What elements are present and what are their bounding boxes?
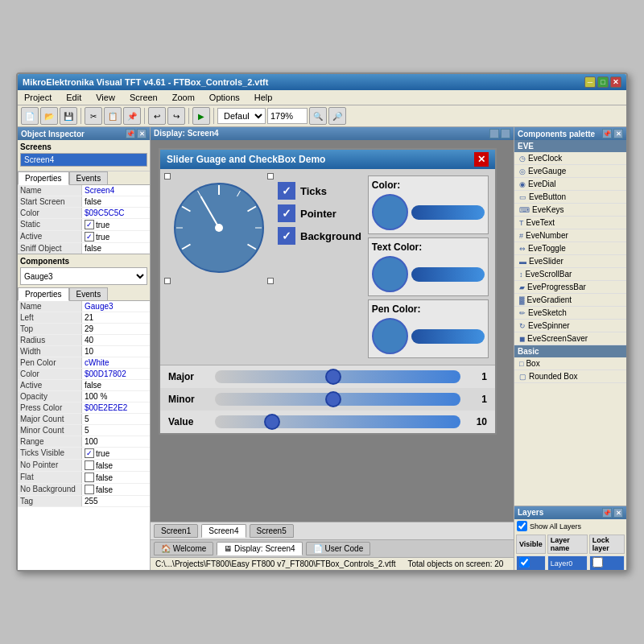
tab-screen4[interactable]: Screen4 [201,524,246,538]
palette-evegradient[interactable]: ▓ EveGradient [514,294,626,307]
handle-bl[interactable] [164,278,171,284]
palette-evegauge[interactable]: ◎ EveGauge [514,165,626,178]
menu-view[interactable]: View [93,92,118,103]
handle-br[interactable] [267,278,274,284]
tab-user-code[interactable]: 📄 User Code [306,542,371,555]
palette-evekeys[interactable]: ⌨ EveKeys [514,204,626,217]
zoom-select[interactable]: Default [217,108,266,124]
show-all-layers-checkbox[interactable] [517,521,527,531]
run-button[interactable]: ▶ [192,107,210,125]
close-inspector-icon[interactable]: ✕ [137,129,147,138]
palette-evescreensaver[interactable]: ◼ EveScreenSaver [514,332,626,345]
background-checkbox[interactable]: ✓ [278,227,295,245]
zoom-input[interactable] [267,108,308,124]
palette-evebutton[interactable]: ▭ EveButton [514,191,626,204]
screen-properties: Name Screen4 Start Screen false Color $0… [18,185,150,254]
palette-evespinner[interactable]: ↻ EveSpinner [514,320,626,332]
minimize-button[interactable]: ─ [584,76,596,88]
zoom-in-button[interactable]: 🔍 [309,107,327,125]
sliders-area: Major 1 Minor 1 [160,365,495,433]
menu-project[interactable]: Project [21,92,55,103]
app-title: MikroElektronika Visual TFT v4.61 - FTBo… [23,77,268,87]
pen-color-slider[interactable] [411,329,485,344]
palette-evetext[interactable]: T EveText [514,217,626,229]
tab-display-screen4[interactable]: 🖥 Display: Screen4 [217,542,302,555]
major-thumb[interactable] [325,369,341,385]
palette-close-icon[interactable]: ✕ [613,129,623,138]
lock-col-header: Lock layer [589,535,625,554]
checkbox-pointer[interactable]: ✓ Pointer [278,204,361,222]
palette-evedial[interactable]: ◉ EveDial [514,178,626,191]
palette-eveprogressbar[interactable]: ▰ EveProgressBar [514,281,626,294]
new-button[interactable]: 📄 [21,107,39,125]
tab-events[interactable]: Events [69,171,109,184]
palette-rounded-box[interactable]: ▢ Rounded Box [514,370,626,383]
layer-row-0[interactable]: Layer0 [516,555,625,570]
static-checkbox[interactable]: ✓ [85,220,94,229]
minor-slider[interactable] [215,393,460,406]
menu-options[interactable]: Options [206,92,243,103]
component-select[interactable]: Gauge3 [20,267,147,285]
checkbox-background[interactable]: ✓ Background [278,227,361,245]
menu-edit[interactable]: Edit [63,92,85,103]
comp-tab-events[interactable]: Events [69,287,109,300]
active-checkbox[interactable]: ✓ [85,232,94,242]
menu-zoom[interactable]: Zoom [169,92,198,103]
ticks-checkbox[interactable]: ✓ [278,182,295,200]
paste-button[interactable]: 📌 [123,107,141,125]
basic-category: Basic [514,345,626,357]
eveslider-icon: ▬ [519,258,526,266]
palette-pin-icon[interactable]: 📌 [602,129,612,138]
palette-eveclock[interactable]: ◷ EveClock [514,152,626,165]
pointer-checkbox[interactable]: ✓ [278,204,295,222]
ticks-visible-checkbox[interactable]: ✓ [85,448,94,458]
pen-color-panel: Pen Color: [368,299,489,358]
demo-content-top: ✓ Ticks ✓ Pointer ✓ Background [160,169,495,365]
screen-item-screen4[interactable]: Screen4 [20,153,147,167]
handle-tr[interactable] [267,173,274,180]
layer0-lock[interactable] [589,555,625,570]
close-button[interactable]: ✕ [610,76,621,88]
comp-tab-properties[interactable]: Properties [18,287,69,301]
tab-screen1[interactable]: Screen1 [154,524,198,538]
cut-button[interactable]: ✂ [85,107,102,125]
value-thumb[interactable] [264,414,280,430]
menu-screen[interactable]: Screen [126,92,161,103]
open-button[interactable]: 📂 [40,107,58,125]
handle-tl[interactable] [164,173,171,180]
layers-close-icon[interactable]: ✕ [613,508,623,518]
display-pin-icon[interactable] [489,129,499,138]
palette-evetoggle[interactable]: ⇔ EveToggle [514,242,626,255]
demo-close-button[interactable]: ✕ [474,152,489,167]
palette-eveslider[interactable]: ▬ EveSlider [514,255,626,268]
tab-properties[interactable]: Properties [18,171,69,185]
checkbox-ticks[interactable]: ✓ Ticks [278,182,361,200]
menu-help[interactable]: Help [251,92,276,103]
copy-button[interactable]: 📋 [104,107,122,125]
palette-evenumber[interactable]: # EveNumber [514,229,626,242]
tab-welcome[interactable]: 🏠 Welcome [154,542,213,555]
palette-evesketch[interactable]: ✏ EveSketch [514,307,626,320]
gauge-svg [167,175,271,280]
text-color-slider[interactable] [411,267,485,282]
pin-icon[interactable]: 📌 [126,129,135,138]
layers-pin-icon[interactable]: 📌 [602,508,612,518]
layer-name-col-header: Layer name [547,535,588,554]
palette-box[interactable]: □ Box [514,357,626,370]
layers-title: Layers [518,508,543,518]
minor-thumb[interactable] [325,391,341,407]
major-slider[interactable] [215,370,460,383]
undo-button[interactable]: ↩ [148,107,166,125]
zoom-out-button[interactable]: 🔎 [328,107,346,125]
layer0-visible[interactable] [516,555,546,570]
palette-evescrollbar[interactable]: ↕ EveScrollBar [514,268,626,281]
save-button[interactable]: 💾 [60,107,77,125]
maximize-button[interactable]: □ [597,76,609,88]
redo-button[interactable]: ↪ [167,107,185,125]
layers-header: Layers 📌 ✕ [514,506,626,519]
evebutton-icon: ▭ [519,193,526,201]
value-slider[interactable] [215,415,460,428]
tab-screen5[interactable]: Screen5 [250,524,294,538]
display-close-icon[interactable] [501,129,510,138]
color-slider[interactable] [411,205,485,220]
